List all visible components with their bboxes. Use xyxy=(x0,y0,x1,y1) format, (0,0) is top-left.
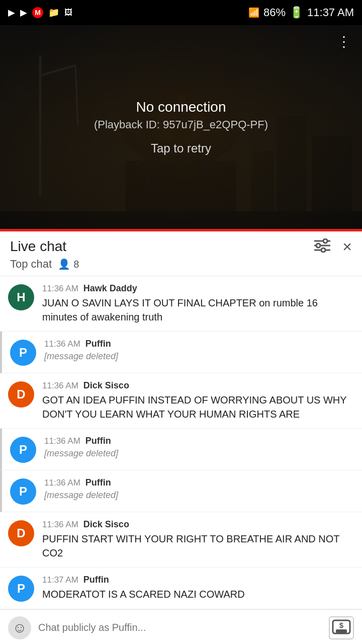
avatar: P xyxy=(10,437,36,463)
m-icon: M xyxy=(32,7,43,18)
svg-rect-10 xyxy=(136,160,140,185)
svg-text:$: $ xyxy=(339,621,344,629)
message-deleted: [message deleted] xyxy=(44,351,354,362)
message-author: Dick Sisco xyxy=(83,519,129,530)
message-time: 11:36 AM xyxy=(42,520,78,530)
svg-rect-18 xyxy=(312,136,352,211)
viewers-icon: 👤 xyxy=(58,258,70,270)
chat-message: D11:36 AMDick SiscoPUFFIN START WITH YOU… xyxy=(0,512,362,568)
playback-id-text: (Playback ID: 957u7jB_e2QPQ-PF) xyxy=(94,118,268,131)
viewers-count: 8 xyxy=(73,259,79,270)
chat-message: P11:36 AMPuffin[message deleted] xyxy=(0,332,362,373)
chat-sub-header: Top chat 👤 8 xyxy=(0,255,362,276)
message-time: 11:36 AM xyxy=(44,436,80,446)
chat-input-area: ☺ $ xyxy=(0,609,362,644)
message-text: GOT AN IDEA PUFFIN INSTEAD OF WORRYING A… xyxy=(42,393,354,421)
svg-point-23 xyxy=(316,244,320,248)
message-content: 11:36 AMDick SiscoPUFFIN START WITH YOUR… xyxy=(42,519,354,560)
svg-rect-14 xyxy=(212,160,216,185)
message-text: MODERATOT IS A SCARED NAZI COWARD xyxy=(42,587,354,601)
time-display: 11:37 AM xyxy=(307,6,354,19)
message-author: Puffin xyxy=(85,339,111,349)
svg-rect-12 xyxy=(156,160,160,185)
svg-rect-16 xyxy=(0,211,362,229)
chat-input-field[interactable] xyxy=(38,622,322,633)
message-content: 11:37 AMPuffinMODERATOT IS A SCARED NAZI… xyxy=(42,575,354,601)
status-bar: ▶ ▶ M 📁 🖼 📶 86% 🔋 11:37 AM xyxy=(0,0,362,25)
avatar: P xyxy=(8,576,34,602)
chat-message: H11:36 AMHawk DaddyJUAN O SAVIN LAYS IT … xyxy=(0,276,362,332)
avatar: P xyxy=(10,478,36,505)
message-author: Dick Sisco xyxy=(83,380,129,391)
chat-messages-list: H11:36 AMHawk DaddyJUAN O SAVIN LAYS IT … xyxy=(0,276,362,609)
live-chat-title: Live chat xyxy=(10,238,66,255)
wifi-icon: 📶 xyxy=(248,7,259,18)
youtube-play-icon: ▶ xyxy=(20,7,27,18)
battery-icon: 🔋 xyxy=(290,6,303,19)
svg-rect-17 xyxy=(277,116,307,211)
live-chat-header: Live chat × xyxy=(0,231,362,255)
status-left-icons: ▶ ▶ M 📁 🖼 xyxy=(8,7,72,18)
video-error-overlay[interactable]: No connection (Playback ID: 957u7jB_e2QP… xyxy=(94,99,268,155)
message-meta: 11:36 AMPuffin xyxy=(44,436,354,446)
message-meta: 11:36 AMPuffin xyxy=(44,339,354,349)
live-chat-container: Live chat × Top chat 👤 8 H11:36 xyxy=(0,231,362,609)
message-text: JUAN O SAVIN LAYS IT OUT FINAL CHAPTER o… xyxy=(42,296,354,324)
message-content: 11:36 AMDick SiscoGOT AN IDEA PUFFIN INS… xyxy=(42,380,354,421)
message-time: 11:37 AM xyxy=(42,575,78,585)
avatar: D xyxy=(8,381,34,408)
chat-message: P11:36 AMPuffin[message deleted] xyxy=(0,470,362,512)
message-meta: 11:36 AMHawk Daddy xyxy=(42,283,354,294)
more-menu-button[interactable]: ⋮ xyxy=(337,33,352,50)
message-author: Puffin xyxy=(83,575,109,585)
svg-point-9 xyxy=(175,86,187,94)
super-chat-button[interactable]: $ xyxy=(329,616,354,639)
svg-rect-15 xyxy=(222,160,226,185)
chat-message: P11:37 AMPuffinMODERATOT IS A SCARED NAZ… xyxy=(0,568,362,609)
image-icon: 🖼 xyxy=(64,8,72,17)
message-time: 11:36 AM xyxy=(42,284,78,294)
battery-text: 86% xyxy=(263,6,286,19)
emoji-button[interactable]: ☺ xyxy=(8,616,31,639)
svg-rect-19 xyxy=(251,151,274,211)
message-content: 11:36 AMHawk DaddyJUAN O SAVIN LAYS IT O… xyxy=(42,283,354,324)
message-meta: 11:36 AMDick Sisco xyxy=(42,380,354,391)
message-time: 11:36 AM xyxy=(42,381,78,391)
message-author: Puffin xyxy=(85,436,111,446)
message-content: 11:36 AMPuffin[message deleted] xyxy=(44,477,354,501)
header-icons: × xyxy=(314,238,352,255)
close-button[interactable]: × xyxy=(342,238,352,255)
message-time: 11:36 AM xyxy=(44,339,80,349)
no-connection-text: No connection xyxy=(94,99,268,115)
video-player[interactable]: No connection (Playback ID: 957u7jB_e2QP… xyxy=(0,25,362,229)
message-content: 11:36 AMPuffin[message deleted] xyxy=(44,339,354,362)
top-chat-label: Top chat xyxy=(10,258,52,271)
emoji-icon: ☺ xyxy=(13,620,27,636)
chat-message: P11:36 AMPuffin[message deleted] xyxy=(0,429,362,470)
svg-rect-27 xyxy=(336,629,347,633)
message-meta: 11:37 AMPuffin xyxy=(42,575,354,585)
tap-retry-text: Tap to retry xyxy=(94,141,268,155)
youtube-icon: ▶ xyxy=(8,7,15,18)
message-author: Puffin xyxy=(85,477,111,488)
chat-message: D11:36 AMDick SiscoGOT AN IDEA PUFFIN IN… xyxy=(0,373,362,429)
folder-icon: 📁 xyxy=(48,7,59,18)
super-chat-icon: $ xyxy=(332,619,351,636)
avatar: H xyxy=(8,284,34,310)
message-deleted: [message deleted] xyxy=(44,448,354,459)
message-text: PUFFIN START WITH YOUR RIGHT TO BREATHE … xyxy=(42,532,354,560)
avatar: P xyxy=(10,340,36,366)
avatar: D xyxy=(8,520,34,546)
message-time: 11:36 AM xyxy=(44,478,80,488)
message-content: 11:36 AMPuffin[message deleted] xyxy=(44,436,354,459)
message-deleted: [message deleted] xyxy=(44,490,354,501)
status-right-info: 📶 86% 🔋 11:37 AM xyxy=(248,6,354,19)
svg-rect-11 xyxy=(146,160,150,185)
filter-icon xyxy=(314,238,330,253)
message-meta: 11:36 AMPuffin xyxy=(44,477,354,488)
message-author: Hawk Daddy xyxy=(83,283,137,294)
svg-point-21 xyxy=(323,239,327,243)
message-meta: 11:36 AMDick Sisco xyxy=(42,519,354,530)
viewers-badge: 👤 8 xyxy=(58,258,79,270)
filter-button[interactable] xyxy=(314,238,330,255)
